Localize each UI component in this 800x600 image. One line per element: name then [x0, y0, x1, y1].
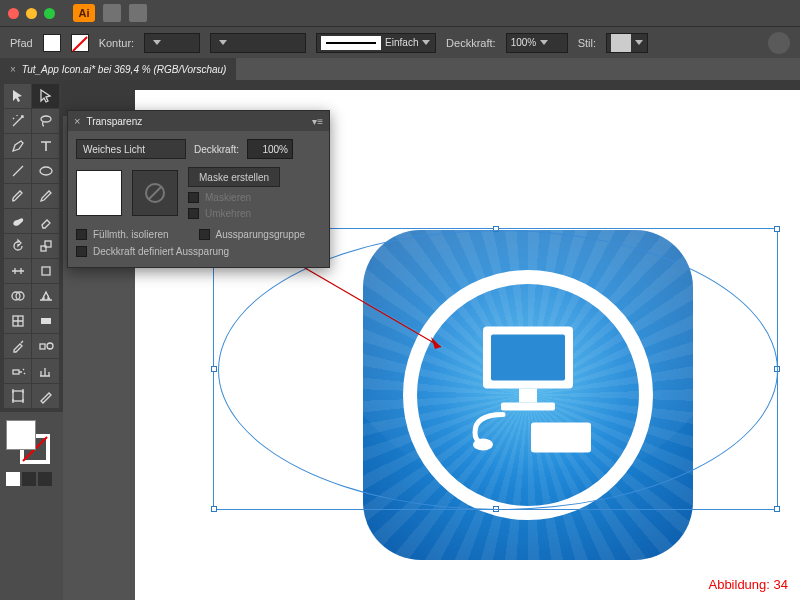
scale-tool-icon[interactable]: [32, 234, 59, 258]
panel-menu-icon[interactable]: ▾≡: [312, 116, 323, 127]
control-bar: Pfad Kontur: Einfach Deckkraft: 100% Sti…: [0, 26, 800, 58]
tools-panel: [0, 80, 63, 600]
line-segment-tool-icon[interactable]: [4, 159, 31, 183]
handle-icon[interactable]: [211, 366, 217, 372]
document-tab-title: Tut_App Icon.ai* bei 369,4 % (RGB/Vorsch…: [22, 64, 227, 75]
window-controls: [8, 8, 55, 19]
panel-header[interactable]: × Transparenz ▾≡: [68, 111, 329, 131]
symbol-sprayer-tool-icon[interactable]: [4, 359, 31, 383]
isolate-blending-checkbox[interactable]: Füllmth. isolieren: [76, 229, 185, 240]
mesh-tool-icon[interactable]: [4, 309, 31, 333]
rotate-tool-icon[interactable]: [4, 234, 31, 258]
blob-brush-tool-icon[interactable]: [4, 209, 31, 233]
fill-color-icon[interactable]: [6, 420, 36, 450]
svg-rect-9: [40, 344, 45, 349]
handle-icon[interactable]: [211, 506, 217, 512]
opacity-thumbnail[interactable]: [76, 170, 122, 216]
pen-tool-icon[interactable]: [4, 134, 31, 158]
svg-rect-11: [13, 370, 19, 374]
eraser-tool-icon[interactable]: [32, 209, 59, 233]
style-label: Stil:: [578, 37, 596, 49]
document-tab[interactable]: × Tut_App Icon.ai* bei 369,4 % (RGB/Vors…: [0, 58, 236, 80]
panel-title: Transparenz: [86, 116, 142, 127]
eyedropper-tool-icon[interactable]: [4, 334, 31, 358]
blend-mode-dropdown[interactable]: Weiches Licht: [76, 139, 186, 159]
variable-width-profile-dropdown[interactable]: [210, 33, 306, 53]
fill-stroke-control[interactable]: [0, 412, 63, 472]
handle-icon[interactable]: [774, 226, 780, 232]
close-tab-icon[interactable]: ×: [10, 64, 16, 75]
blend-mode-value: Weiches Licht: [83, 144, 145, 155]
stroke-swatch-none[interactable]: [71, 34, 89, 52]
svg-rect-8: [41, 318, 51, 324]
artboard-tool-icon[interactable]: [4, 384, 31, 408]
magic-wand-tool-icon[interactable]: [4, 109, 31, 133]
opacity-dropdown[interactable]: 100%: [506, 33, 568, 53]
brush-definition-dropdown[interactable]: Einfach: [316, 33, 436, 53]
app-badge-illustrator: Ai: [73, 4, 95, 22]
make-mask-button[interactable]: Maske erstellen: [188, 167, 280, 187]
column-graph-tool-icon[interactable]: [32, 359, 59, 383]
gradient-tool-icon[interactable]: [32, 309, 59, 333]
blend-tool-icon[interactable]: [32, 334, 59, 358]
stroke-weight-dropdown[interactable]: [144, 33, 200, 53]
paintbrush-tool-icon[interactable]: [4, 184, 31, 208]
document-tab-bar: × Tut_App Icon.ai* bei 369,4 % (RGB/Vors…: [0, 58, 800, 80]
direct-selection-tool-icon[interactable]: [32, 84, 59, 108]
panel-close-icon[interactable]: ×: [74, 115, 80, 127]
perspective-grid-tool-icon[interactable]: [32, 284, 59, 308]
pencil-tool-icon[interactable]: [32, 184, 59, 208]
panel-opacity-label: Deckkraft:: [194, 144, 239, 155]
slice-tool-icon[interactable]: [32, 384, 59, 408]
graphic-style-dropdown[interactable]: [606, 33, 648, 53]
opacity-label: Deckkraft:: [446, 37, 496, 49]
handle-icon[interactable]: [774, 506, 780, 512]
stroke-label: Kontur:: [99, 37, 134, 49]
selected-ellipse-path[interactable]: [218, 230, 778, 510]
color-mode-row: [0, 472, 63, 492]
zoom-window-icon[interactable]: [44, 8, 55, 19]
knockout-group-checkbox[interactable]: Aussparungsgruppe: [199, 229, 321, 240]
free-transform-tool-icon[interactable]: [32, 259, 59, 283]
fill-swatch[interactable]: [43, 34, 61, 52]
transparency-panel[interactable]: × Transparenz ▾≡ Weiches Licht Deckkraft…: [67, 110, 330, 268]
ellipse-tool-icon[interactable]: [32, 159, 59, 183]
color-mode-gradient-icon[interactable]: [22, 472, 36, 486]
svg-line-22: [149, 187, 161, 199]
recolor-artwork-icon[interactable]: [768, 32, 790, 54]
type-tool-icon[interactable]: [32, 134, 59, 158]
opacity-defines-knockout-checkbox[interactable]: Deckkraft definiert Aussparung: [76, 246, 321, 257]
panel-opacity-input[interactable]: 100%: [247, 139, 293, 159]
lasso-tool-icon[interactable]: [32, 109, 59, 133]
clip-checkbox: Maskieren: [188, 192, 280, 203]
bridge-icon[interactable]: [103, 4, 121, 22]
svg-rect-12: [13, 391, 23, 401]
figure-caption: Abbildung: 34: [708, 577, 788, 592]
svg-rect-4: [42, 267, 50, 275]
mask-thumbnail-empty[interactable]: [132, 170, 178, 216]
svg-point-10: [47, 343, 53, 349]
close-window-icon[interactable]: [8, 8, 19, 19]
shape-builder-tool-icon[interactable]: [4, 284, 31, 308]
minimize-window-icon[interactable]: [26, 8, 37, 19]
svg-point-0: [41, 116, 51, 122]
brush-name: Einfach: [385, 37, 418, 48]
object-type-label: Pfad: [10, 37, 33, 49]
invert-mask-checkbox: Umkehren: [188, 208, 280, 219]
arrange-documents-icon[interactable]: [129, 4, 147, 22]
color-mode-solid-icon[interactable]: [6, 472, 20, 486]
selection-tool-icon[interactable]: [4, 84, 31, 108]
width-tool-icon[interactable]: [4, 259, 31, 283]
svg-point-1: [40, 167, 52, 175]
os-menubar: Ai: [0, 0, 800, 26]
color-mode-none-icon[interactable]: [38, 472, 52, 486]
